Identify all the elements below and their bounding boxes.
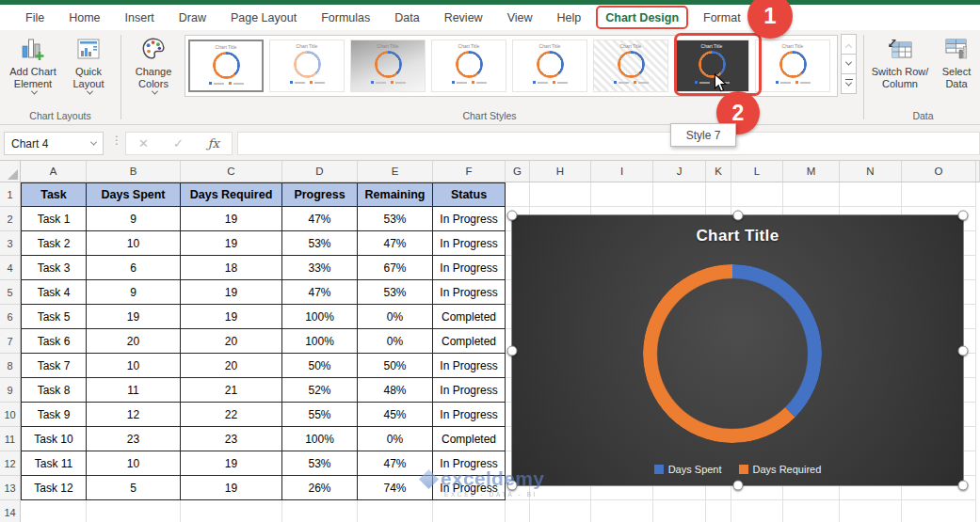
table-header-cell[interactable]: Days Required [181, 182, 282, 207]
row-header-4[interactable]: 4 [0, 256, 21, 280]
table-cell[interactable]: 100% [282, 305, 358, 329]
table-cell[interactable]: Task 3 [21, 256, 87, 280]
table-cell[interactable]: 23 [181, 427, 282, 451]
chart-style-1-thumbnail[interactable]: Chart Title [188, 40, 264, 92]
column-header-F[interactable]: F [433, 161, 506, 182]
formula-bar-grip[interactable]: ⋮ [111, 134, 122, 147]
table-cell[interactable]: 100% [282, 329, 358, 354]
table-cell[interactable]: Completed [433, 305, 506, 329]
table-cell[interactable]: Task 2 [21, 231, 87, 256]
column-header-C[interactable]: C [181, 161, 282, 182]
table-cell[interactable]: 19 [181, 305, 282, 329]
table-cell[interactable]: 100% [282, 427, 358, 451]
empty-cell[interactable] [591, 500, 653, 522]
chart-style-5-thumbnail[interactable]: Chart Title [512, 40, 587, 92]
row-header-14[interactable]: 14 [0, 500, 21, 522]
empty-cell[interactable] [731, 500, 783, 522]
empty-cell[interactable] [706, 500, 731, 522]
empty-cell[interactable] [591, 182, 653, 207]
chart-selection-handle[interactable] [507, 211, 518, 221]
chart-style-3-thumbnail[interactable]: Chart Title [350, 40, 426, 92]
table-cell[interactable]: 21 [181, 378, 282, 403]
table-header-cell[interactable]: Remaining [358, 182, 433, 207]
chart-selection-handle[interactable] [958, 345, 969, 356]
doughnut-plot[interactable] [643, 264, 822, 443]
row-header-3[interactable]: 3 [0, 231, 21, 256]
table-cell[interactable]: 53% [282, 451, 358, 476]
table-cell[interactable]: 9 [87, 280, 181, 305]
tab-file[interactable]: File [13, 5, 56, 30]
table-cell[interactable]: Task 6 [21, 329, 87, 354]
tab-help[interactable]: Help [545, 5, 594, 30]
chart-selection-handle[interactable] [958, 211, 969, 221]
empty-cell[interactable] [783, 182, 840, 207]
table-cell[interactable]: 9 [87, 207, 181, 231]
tab-draw[interactable]: Draw [167, 5, 218, 30]
empty-cell[interactable] [902, 182, 976, 207]
chart-style-4-thumbnail[interactable]: Chart Title [431, 40, 506, 92]
formula-input[interactable] [237, 132, 980, 155]
table-cell[interactable]: In Progress [433, 378, 506, 403]
row-header-10[interactable]: 10 [0, 403, 21, 427]
row-header-11[interactable]: 11 [0, 427, 21, 451]
column-header-D[interactable]: D [282, 161, 358, 182]
column-header-A[interactable]: A [21, 161, 87, 182]
table-cell[interactable]: 19 [181, 207, 282, 231]
enter-icon[interactable]: ✓ [173, 136, 184, 150]
chart-style-8-thumbnail[interactable]: Chart Title [755, 40, 830, 92]
table-cell[interactable]: 0% [358, 427, 433, 451]
table-cell[interactable]: 48% [358, 378, 433, 403]
table-cell[interactable]: 10 [87, 354, 181, 378]
row-header-2[interactable]: 2 [0, 207, 21, 231]
empty-cell[interactable] [530, 182, 591, 207]
table-cell[interactable]: Task 1 [21, 207, 87, 231]
table-header-cell[interactable]: Task [21, 182, 87, 207]
table-cell[interactable]: Completed [433, 427, 506, 451]
row-header-8[interactable]: 8 [0, 354, 21, 378]
name-box[interactable]: Chart 4 [4, 132, 104, 155]
table-cell[interactable]: In Progress [433, 354, 506, 378]
table-cell[interactable]: 20 [87, 329, 181, 354]
column-header-L[interactable]: L [731, 161, 783, 182]
chart-selection-handle[interactable] [732, 481, 743, 491]
chart-title[interactable]: Chart Title [512, 227, 963, 245]
table-cell[interactable]: 20 [181, 354, 282, 378]
empty-cell[interactable] [181, 500, 282, 522]
cancel-icon[interactable]: ✕ [138, 136, 149, 150]
table-cell[interactable]: 23 [87, 427, 181, 451]
tab-home[interactable]: Home [56, 5, 112, 30]
table-cell[interactable]: 50% [358, 354, 433, 378]
chart-selection-handle[interactable] [732, 211, 743, 221]
column-header-E[interactable]: E [358, 161, 433, 182]
table-cell[interactable]: 18 [181, 256, 282, 280]
column-header-O[interactable]: O [902, 161, 976, 182]
switch-row-column-button[interactable]: Switch Row/ Column [870, 34, 930, 90]
table-cell[interactable]: In Progress [433, 231, 506, 256]
table-cell[interactable]: 55% [282, 403, 358, 427]
row-header-7[interactable]: 7 [0, 329, 21, 354]
table-cell[interactable]: 53% [358, 207, 433, 231]
row-header-5[interactable]: 5 [0, 280, 21, 305]
empty-cell[interactable] [506, 182, 530, 207]
table-cell[interactable]: Completed [433, 329, 506, 354]
gallery-scroll-down-button[interactable] [841, 54, 857, 74]
table-cell[interactable]: 19 [181, 451, 282, 476]
table-cell[interactable]: In Progress [433, 207, 506, 231]
gallery-more-button[interactable] [841, 73, 857, 94]
chart-legend[interactable]: Days Spent Days Required [512, 464, 963, 475]
empty-cell[interactable] [840, 500, 902, 522]
column-header-M[interactable]: M [783, 161, 840, 182]
select-data-button[interactable]: Select Data [936, 34, 977, 90]
tab-data[interactable]: Data [382, 5, 431, 30]
table-cell[interactable]: 45% [358, 403, 433, 427]
column-header-J[interactable]: J [653, 161, 706, 182]
column-header-I[interactable]: I [591, 161, 653, 182]
table-cell[interactable]: 19 [181, 476, 282, 500]
table-header-cell[interactable]: Days Spent [87, 182, 181, 207]
column-header-H[interactable]: H [530, 161, 591, 182]
table-cell[interactable]: 20 [181, 329, 282, 354]
table-cell[interactable]: 19 [181, 280, 282, 305]
empty-cell[interactable] [840, 182, 902, 207]
table-cell[interactable]: Task 10 [21, 427, 87, 451]
table-header-cell[interactable]: Progress [282, 182, 358, 207]
